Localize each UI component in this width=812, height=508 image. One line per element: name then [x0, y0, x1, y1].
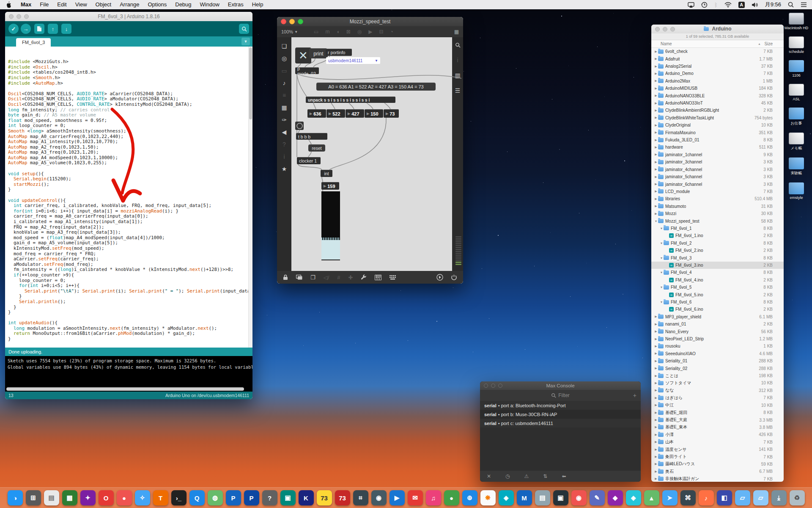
- dock-icon-app-28[interactable]: ◈: [499, 490, 514, 505]
- file-row-jaminator_3channel[interactable]: ▶jaminator_3channel3 KB: [651, 158, 784, 166]
- back-icon[interactable]: ⬅: [562, 473, 566, 479]
- menu-clock[interactable]: 月9:56: [765, 1, 781, 8]
- file-row-MP3_player_shield[interactable]: ▶MP3_player_shield6.1 MB: [651, 313, 784, 320]
- dock-icon-safari-8[interactable]: ✧: [135, 490, 150, 505]
- file-row-FM_6vol_4[interactable]: ▼FM_6vol_48 KB: [651, 269, 784, 276]
- column-name[interactable]: Name: [655, 41, 672, 46]
- console-log-row[interactable]: serial • port b: Muse-30CB-RN-iAP: [480, 410, 641, 419]
- zoom-button[interactable]: [670, 27, 675, 31]
- dock-icon-app-39[interactable]: ♪: [699, 490, 714, 505]
- dock-icon-app-26[interactable]: ⊕: [462, 490, 477, 505]
- file-row-Mozzi_speed_test[interactable]: ▼Mozzi_speed_test58 KB: [651, 217, 784, 224]
- zoom-button[interactable]: [24, 14, 29, 19]
- file-row-基礎E_大庭[interactable]: ▶基礎E_大庭3.3 MB: [651, 416, 784, 423]
- dock-icon-app-7[interactable]: ●: [117, 490, 132, 505]
- desktop-icon-emstyle[interactable]: emstyle: [782, 182, 811, 200]
- file-row-ClydeOriginal[interactable]: ▶ClydeOriginal10 KB: [651, 121, 784, 129]
- dock-icon-app-14[interactable]: P: [244, 490, 259, 505]
- minimize-button[interactable]: [16, 14, 21, 19]
- close-button[interactable]: [655, 27, 660, 31]
- file-row-Adafruit[interactable]: ▶Adafruit1.7 MB: [651, 55, 784, 62]
- file-row-Analog2Serial[interactable]: ▶Analog2Serial37 KB: [651, 63, 784, 70]
- disclosure-icon[interactable]: ▶: [654, 190, 658, 193]
- disclosure-icon[interactable]: ▶: [654, 160, 658, 164]
- file-row-ことは[interactable]: ▶ことは198 KB: [651, 372, 784, 379]
- dock-icon-music-24[interactable]: ♫: [426, 490, 441, 505]
- file-row-Arduino2Max[interactable]: ▶Arduino2Max1 MB: [651, 77, 784, 85]
- dock-icon-app-30[interactable]: ▤: [535, 490, 550, 505]
- dock-icon-terminal-10[interactable]: ›_: [171, 490, 187, 505]
- audio-mute-icon[interactable]: ◁/: [324, 274, 329, 281]
- file-row-FM_6vol_2[interactable]: ▼FM_6vol_28 KB: [651, 240, 784, 247]
- dock-icon-app-33[interactable]: ✎: [590, 490, 605, 505]
- minimize-button[interactable]: [491, 384, 495, 388]
- dock-icon-photos-27[interactable]: ❋: [480, 490, 496, 505]
- disclosure-icon[interactable]: ▶: [654, 315, 658, 318]
- disclosure-icon[interactable]: ▼: [654, 220, 658, 223]
- file-row-FM_6vol_5.ino[interactable]: ∞FM_6vol_5.ino2 KB: [651, 291, 784, 298]
- menu-arrange[interactable]: Arrange: [115, 0, 143, 9]
- dock-icon-app-25[interactable]: ●: [444, 490, 459, 505]
- console-filter-bar[interactable]: Filter +: [480, 390, 641, 401]
- spotlight-icon[interactable]: [788, 2, 794, 8]
- code-scrollbar[interactable]: [248, 47, 252, 348]
- menu-edit[interactable]: Edit: [53, 0, 71, 9]
- dock-icon-folder-41[interactable]: ▱: [735, 490, 750, 505]
- dock-icon-folder-42[interactable]: ▱: [753, 490, 768, 505]
- counter-number-box[interactable]: ▶ 159: [321, 182, 339, 190]
- toolbar-icon-4[interactable]: ⊠: [346, 29, 351, 35]
- zoom-button[interactable]: [498, 384, 502, 388]
- file-row-Fukuda_3LED_01[interactable]: ▶Fukuda_3LED_018 KB: [651, 136, 784, 144]
- disclosure-icon[interactable]: ▶: [654, 153, 658, 156]
- close-button[interactable]: [281, 19, 286, 25]
- file-row-jaminator_6channel[interactable]: ▶jaminator_6channel3 KB: [651, 180, 784, 188]
- disclosure-icon[interactable]: ▼: [659, 271, 664, 274]
- toolbar-icon-7[interactable]: ⊟: [379, 29, 383, 35]
- console-scrollbar[interactable]: [5, 387, 252, 392]
- disclosure-icon[interactable]: ▼: [659, 227, 664, 230]
- file-row-libraries[interactable]: ▶libraries510.4 MB: [651, 195, 784, 202]
- disclosure-icon[interactable]: ▶: [654, 345, 658, 348]
- open-sketch-button[interactable]: ↑: [48, 24, 58, 34]
- file-row-基礎E_堀田[interactable]: ▶基礎E_堀田8 KB: [651, 409, 784, 416]
- file-row-FM_6vol_6.ino[interactable]: ∞FM_6vol_6.ino2 KB: [651, 306, 784, 313]
- keyboard-icon[interactable]: [390, 275, 396, 280]
- disclosure-icon[interactable]: ▶: [654, 146, 658, 149]
- file-row-FirmataMaxuino[interactable]: ▶FirmataMaxuino351 KB: [651, 129, 784, 136]
- desktop-icon-1106[interactable]: 1106: [782, 60, 811, 77]
- disclosure-icon[interactable]: ▶: [654, 448, 658, 451]
- multislider-object[interactable]: [321, 191, 340, 260]
- piano-icon[interactable]: [375, 275, 381, 280]
- toolbar-icon-6[interactable]: ▶: [368, 29, 372, 35]
- disclosure-icon[interactable]: ▶: [654, 418, 658, 422]
- dock-icon-app-38[interactable]: ⌘: [680, 490, 696, 505]
- disclosure-icon[interactable]: ▶: [654, 352, 658, 355]
- file-row-FM_6vol_6[interactable]: ▼FM_6vol_68 KB: [651, 298, 784, 306]
- dock-icon-app-19[interactable]: 73: [335, 490, 350, 505]
- menu-options[interactable]: Options: [143, 0, 171, 9]
- dock-icon-finder-1[interactable]: ◑: [8, 490, 23, 505]
- close-button[interactable]: [484, 384, 488, 388]
- disclosure-icon[interactable]: ▶: [654, 381, 658, 385]
- disclosure-icon[interactable]: ▶: [654, 411, 658, 414]
- tab-fm-6vol-3[interactable]: FM_6vol_3: [16, 38, 51, 47]
- dock-icon-app-36[interactable]: ▲: [644, 490, 659, 505]
- minimize-button[interactable]: [289, 19, 295, 25]
- bluetooth-icon[interactable]: ᛒ: [714, 2, 718, 8]
- file-row-FM_6vol_3.ino[interactable]: ∞FM_6vol_3.ino2 KB: [651, 262, 784, 269]
- file-row-山本[interactable]: ▶山本7 KB: [651, 439, 784, 446]
- disclosure-icon[interactable]: ▶: [654, 323, 658, 326]
- run-icon[interactable]: [436, 274, 443, 281]
- desktop-icon-実験帳[interactable]: 実験帳: [782, 157, 811, 176]
- column-size[interactable]: Size: [765, 41, 773, 46]
- disclosure-icon[interactable]: ▶: [654, 168, 658, 171]
- file-row-SeeeduinoXIAO[interactable]: ▶SeeeduinoXIAO4.6 MB: [651, 350, 784, 357]
- max-title-bar[interactable]: Mozzi_speed_test: [277, 17, 463, 26]
- dock-icon-app-3[interactable]: ▤: [44, 490, 59, 505]
- disclosure-icon[interactable]: ▼: [659, 286, 664, 289]
- sort-icon[interactable]: ⇅: [543, 473, 547, 479]
- menu-help[interactable]: Help: [248, 0, 268, 9]
- disclosure-icon[interactable]: ▼: [659, 301, 664, 304]
- file-row-ソフトタイマ[interactable]: ▶ソフトタイマ10 KB: [651, 379, 784, 387]
- file-row-なな[interactable]: ▶なな312 KB: [651, 387, 784, 394]
